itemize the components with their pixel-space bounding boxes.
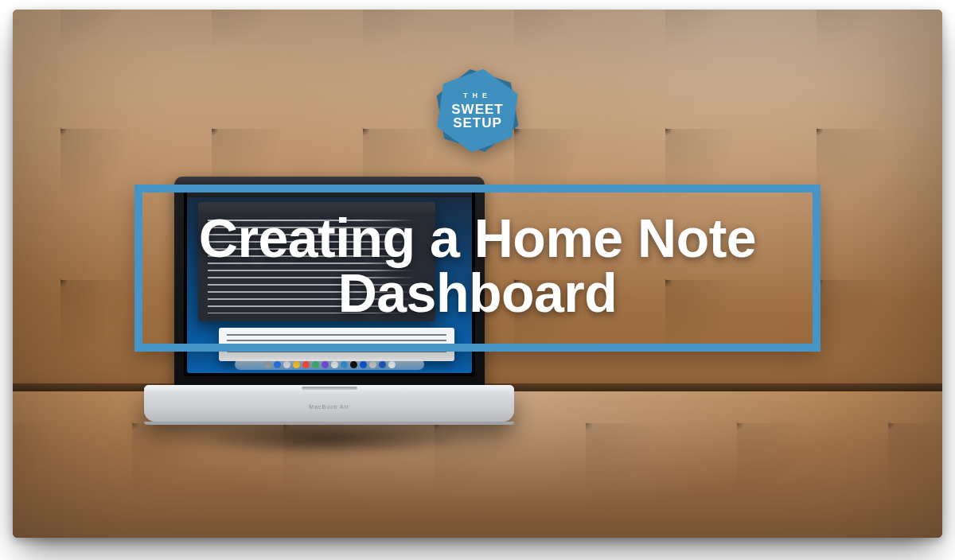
hero-title: Creating a Home Note Dashboard	[142, 211, 813, 321]
dock-app-icon	[312, 361, 319, 368]
dock-app-icon	[331, 361, 338, 368]
laptop-brand-label: MacBook Air	[144, 404, 514, 410]
dock-app-icon	[379, 361, 386, 368]
hero-card: MacBook Air THE SWEET SETUP Creating a H…	[13, 10, 942, 538]
dock-app-icon	[360, 361, 367, 368]
brand-line-1: THE	[463, 92, 492, 99]
dock-app-icon	[274, 361, 281, 368]
dock-app-icon	[369, 361, 376, 368]
title-frame: Creating a Home Note Dashboard	[134, 185, 821, 352]
brand-badge-text: THE SWEET SETUP	[434, 67, 521, 154]
dock-app-icon	[302, 361, 310, 368]
macos-dock	[235, 359, 424, 370]
dock-app-icon	[322, 361, 329, 368]
brand-badge: THE SWEET SETUP	[434, 67, 521, 154]
dock-app-icon	[341, 361, 348, 368]
dock-app-icon	[388, 361, 396, 368]
brand-line-3: SETUP	[453, 116, 502, 130]
brand-line-2: SWEET	[451, 103, 503, 116]
laptop-front-edge	[144, 422, 514, 425]
dock-app-icon	[264, 361, 271, 368]
dock-app-icon	[283, 361, 290, 368]
dock-app-icon	[350, 361, 357, 368]
dock-app-icon	[293, 361, 300, 368]
laptop-deck: MacBook Air	[144, 385, 514, 422]
